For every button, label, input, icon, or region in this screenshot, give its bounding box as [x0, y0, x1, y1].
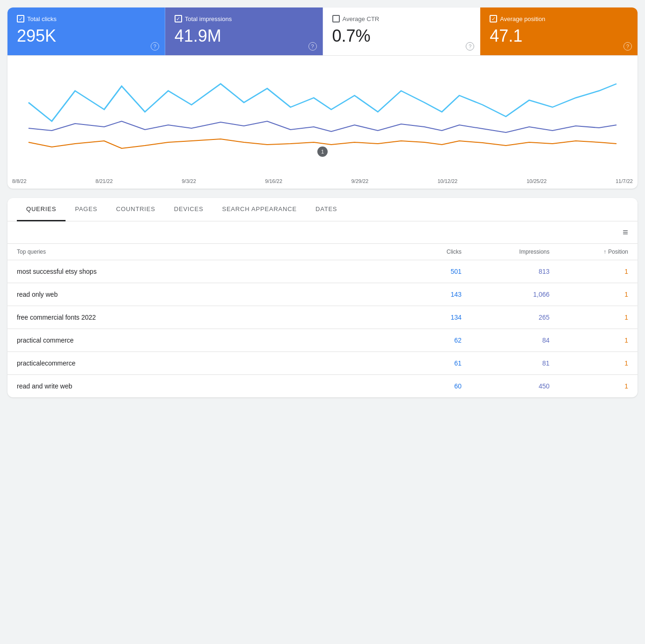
average-ctr-value: 0.7%	[332, 26, 471, 46]
toolbar-row: ≡	[7, 221, 638, 244]
row-clicks-5: 60	[396, 382, 462, 390]
filter-icon[interactable]: ≡	[623, 227, 628, 238]
metric-total-impressions[interactable]: Total impressions 41.9M ?	[165, 7, 323, 55]
sort-arrow-icon: ↑	[603, 249, 606, 255]
total-clicks-label: Total clicks	[27, 15, 57, 22]
row-query-5: read and write web	[17, 382, 392, 390]
average-ctr-help[interactable]: ?	[466, 42, 474, 51]
row-position-3: 1	[553, 337, 628, 344]
x-label-7: 11/7/22	[616, 178, 633, 184]
row-impressions-4: 81	[465, 359, 550, 367]
table-card: QUERIES PAGES COUNTRIES DEVICES SEARCH A…	[7, 198, 638, 397]
table-row: practical commerce 62 84 1	[7, 329, 638, 352]
row-clicks-4: 61	[396, 359, 462, 367]
th-clicks: Clicks	[396, 249, 462, 255]
tabs-row: QUERIES PAGES COUNTRIES DEVICES SEARCH A…	[7, 198, 638, 221]
tab-countries[interactable]: COUNTRIES	[107, 198, 165, 221]
chart-area: 1	[7, 56, 638, 175]
row-position-0: 1	[553, 268, 628, 275]
average-position-checkbox[interactable]	[490, 15, 497, 22]
row-impressions-3: 84	[465, 337, 550, 344]
row-query-3: practical commerce	[17, 337, 392, 344]
table-row: free commercial fonts 2022 134 265 1	[7, 306, 638, 329]
table-row: read and write web 60 450 1	[7, 375, 638, 397]
tab-devices[interactable]: DEVICES	[165, 198, 213, 221]
metrics-row: Total clicks 295K ? Total impressions 41…	[7, 7, 638, 56]
row-clicks-0: 501	[396, 268, 462, 275]
impressions-line	[29, 121, 616, 132]
row-clicks-2: 134	[396, 314, 462, 321]
row-impressions-1: 1,066	[465, 291, 550, 298]
row-impressions-0: 813	[465, 268, 550, 275]
total-impressions-help[interactable]: ?	[308, 42, 317, 51]
chart-x-labels: 8/8/22 8/21/22 9/3/22 9/16/22 9/29/22 10…	[7, 175, 638, 189]
x-label-5: 10/12/22	[438, 178, 458, 184]
metric-average-ctr[interactable]: Average CTR 0.7% ?	[323, 7, 481, 55]
total-impressions-checkbox[interactable]	[175, 15, 182, 22]
average-position-label: Average position	[500, 15, 545, 22]
row-position-4: 1	[553, 359, 628, 367]
total-impressions-value: 41.9M	[175, 26, 313, 46]
average-ctr-checkbox[interactable]	[332, 15, 340, 22]
chart-tooltip: 1	[317, 146, 328, 157]
average-ctr-label: Average CTR	[343, 15, 380, 22]
row-query-0: most successful etsy shops	[17, 268, 392, 275]
x-label-0: 8/8/22	[12, 178, 27, 184]
tab-dates[interactable]: DATES	[306, 198, 346, 221]
row-query-1: read only web	[17, 291, 392, 298]
th-impressions: Impressions	[465, 249, 550, 255]
total-clicks-checkbox[interactable]	[17, 15, 24, 22]
tab-search-appearance[interactable]: SEARCH APPEARANCE	[213, 198, 306, 221]
th-position[interactable]: ↑ Position	[553, 249, 628, 255]
tab-queries[interactable]: QUERIES	[17, 198, 66, 221]
total-impressions-label: Total impressions	[185, 15, 232, 22]
x-label-6: 10/25/22	[527, 178, 547, 184]
average-position-help[interactable]: ?	[623, 42, 632, 51]
x-label-2: 9/3/22	[182, 178, 196, 184]
x-label-4: 9/29/22	[351, 178, 368, 184]
table-row: read only web 143 1,066 1	[7, 283, 638, 306]
tab-pages[interactable]: PAGES	[66, 198, 107, 221]
clicks-line	[29, 84, 616, 121]
row-impressions-2: 265	[465, 314, 550, 321]
x-label-3: 9/16/22	[265, 178, 282, 184]
row-position-5: 1	[553, 382, 628, 390]
row-position-1: 1	[553, 291, 628, 298]
table-row: most successful etsy shops 501 813 1	[7, 260, 638, 283]
total-clicks-help[interactable]: ?	[151, 42, 159, 51]
metric-average-position[interactable]: Average position 47.1 ?	[480, 7, 638, 55]
row-position-2: 1	[553, 314, 628, 321]
row-query-4: practicalecommerce	[17, 359, 392, 367]
row-impressions-5: 450	[465, 382, 550, 390]
row-clicks-3: 62	[396, 337, 462, 344]
total-clicks-value: 295K	[17, 26, 155, 46]
average-position-value: 47.1	[490, 26, 628, 46]
metric-total-clicks[interactable]: Total clicks 295K ?	[7, 7, 165, 55]
row-query-2: free commercial fonts 2022	[17, 314, 392, 321]
row-clicks-1: 143	[396, 291, 462, 298]
table-header: Top queries Clicks Impressions ↑ Positio…	[7, 244, 638, 260]
th-query: Top queries	[17, 249, 392, 255]
table-row: practicalecommerce 61 81 1	[7, 352, 638, 375]
x-label-1: 8/21/22	[95, 178, 113, 184]
metrics-chart-card: Total clicks 295K ? Total impressions 41…	[7, 7, 638, 189]
